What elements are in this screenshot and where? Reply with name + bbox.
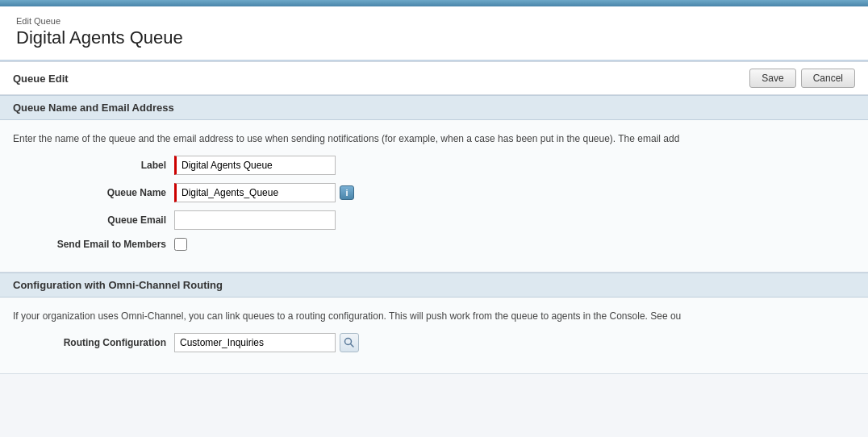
routing-config-row: Routing Configuration — [13, 333, 855, 352]
cancel-button[interactable]: Cancel — [801, 69, 855, 88]
label-input[interactable] — [174, 156, 336, 175]
queue-name-row: Queue Name i — [13, 183, 855, 202]
queue-name-info-icon[interactable]: i — [340, 185, 354, 200]
page-header: Edit Queue Digital Agents Queue — [0, 6, 868, 61]
omni-channel-description: If your organization uses Omni-Channel, … — [13, 309, 855, 323]
routing-config-label: Routing Configuration — [13, 337, 174, 348]
queue-name-section-header: Queue Name and Email Address — [0, 95, 868, 120]
queue-name-section: Queue Name and Email Address Enter the n… — [0, 95, 868, 273]
queue-edit-header: Queue Edit Save Cancel — [0, 61, 868, 95]
routing-config-field-container — [174, 333, 359, 352]
send-email-label: Send Email to Members — [13, 239, 174, 250]
queue-email-field-container — [174, 210, 336, 230]
omni-channel-section-header: Configuration with Omni-Channel Routing — [0, 273, 868, 298]
label-row: Label — [13, 156, 855, 175]
omni-channel-section-body: If your organization uses Omni-Channel, … — [0, 298, 868, 374]
queue-name-section-body: Enter the name of the queue and the emai… — [0, 120, 868, 273]
label-field-label: Label — [13, 160, 174, 171]
queue-email-label: Queue Email — [13, 214, 174, 226]
queue-name-label: Queue Name — [13, 187, 174, 198]
svg-line-1 — [351, 344, 354, 348]
queue-email-row: Queue Email — [13, 210, 855, 230]
send-email-checkbox[interactable] — [174, 238, 187, 251]
label-field-container — [174, 156, 336, 175]
queue-email-input[interactable] — [174, 210, 336, 230]
save-button[interactable]: Save — [749, 69, 795, 88]
queue-name-input[interactable] — [174, 183, 336, 202]
queue-name-field-container: i — [174, 183, 354, 202]
top-bar — [0, 0, 868, 6]
edit-queue-label: Edit Queue — [16, 16, 852, 26]
send-email-field-container — [174, 238, 187, 251]
header-buttons: Save Cancel — [749, 69, 855, 88]
queue-name-description: Enter the name of the queue and the emai… — [13, 131, 855, 146]
page-title: Digital Agents Queue — [16, 27, 852, 48]
routing-config-input[interactable] — [174, 333, 336, 352]
send-email-row: Send Email to Members — [13, 238, 855, 251]
omni-channel-section: Configuration with Omni-Channel Routing … — [0, 273, 868, 374]
queue-edit-title: Queue Edit — [13, 73, 69, 85]
form-container: Queue Edit Save Cancel Queue Name and Em… — [0, 61, 868, 374]
routing-config-lookup-icon[interactable] — [340, 333, 359, 352]
